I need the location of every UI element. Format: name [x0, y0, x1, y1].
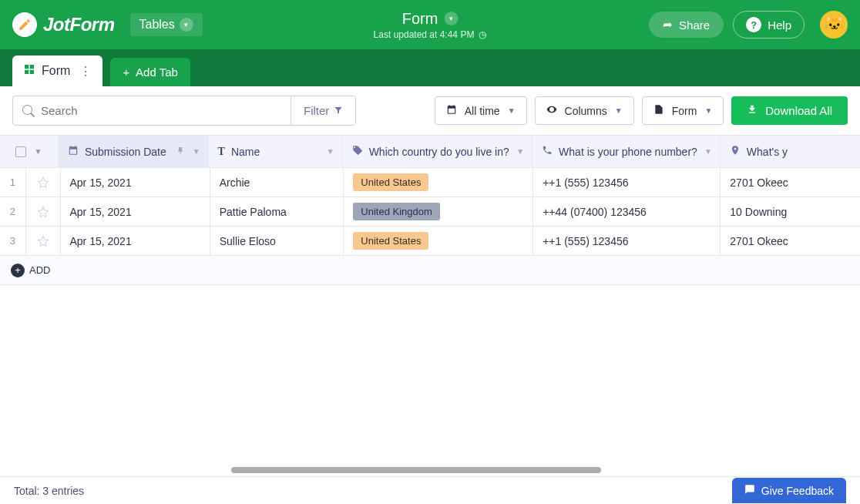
- chevron-down-icon[interactable]: ▼: [193, 147, 200, 156]
- cell-phone[interactable]: ++44 (07400) 123456: [533, 197, 721, 226]
- calendar-icon: [446, 104, 457, 117]
- cell-address[interactable]: 2701 Okeec: [721, 227, 860, 255]
- give-feedback-button[interactable]: Give Feedback: [732, 478, 846, 503]
- star-button[interactable]: [26, 227, 61, 255]
- add-row[interactable]: + ADD: [0, 256, 860, 285]
- text-icon: T: [218, 146, 225, 158]
- funnel-icon: [334, 104, 343, 117]
- share-icon: ➦: [663, 18, 673, 32]
- column-header-date[interactable]: Submission Date ▼: [59, 136, 209, 167]
- grid-icon: [23, 63, 35, 79]
- checkbox-icon[interactable]: [15, 146, 26, 157]
- more-vertical-icon[interactable]: ⋮: [79, 64, 92, 79]
- cell-country[interactable]: United States: [344, 168, 533, 197]
- form-title: Form: [402, 10, 438, 28]
- data-grid: ▼ Submission Date ▼ T Name ▼ Which count…: [0, 136, 860, 285]
- top-header: JotForm Tables ▾ Form ▾ Last updated at …: [0, 0, 860, 49]
- chevron-down-icon: ▼: [704, 106, 712, 115]
- pin-icon[interactable]: [176, 146, 185, 158]
- tabs-bar: Form ⋮ + Add Tab: [0, 49, 860, 86]
- nav-tables-dropdown[interactable]: Tables ▾: [130, 13, 203, 36]
- chevron-down-icon[interactable]: ▼: [516, 147, 524, 156]
- column-header-name[interactable]: T Name ▼: [209, 136, 343, 167]
- tab-label: Form: [42, 64, 70, 78]
- location-icon: [730, 145, 741, 158]
- pencil-icon: [12, 12, 37, 37]
- chevron-down-icon[interactable]: ▼: [704, 147, 712, 156]
- eye-icon: [546, 104, 557, 117]
- row-number: 2: [0, 197, 26, 226]
- chat-icon: [744, 484, 755, 497]
- cell-country[interactable]: United Kingdom: [344, 197, 533, 226]
- search-input[interactable]: [13, 96, 291, 125]
- phone-icon: [542, 145, 553, 158]
- columns-dropdown[interactable]: Columns ▼: [535, 96, 634, 125]
- last-updated-text: Last updated at 4:44 PM: [374, 29, 475, 40]
- calendar-icon: [68, 145, 79, 158]
- download-icon: [747, 104, 758, 117]
- nav-tables-label: Tables: [139, 18, 175, 32]
- toolbar: Filter All time ▼ Columns ▼ Form ▼ Downl…: [0, 86, 860, 136]
- row-number: 3: [0, 227, 26, 255]
- tag-icon: [352, 145, 363, 158]
- plus-icon: +: [123, 66, 129, 79]
- row-number: 1: [0, 168, 26, 197]
- cell-name[interactable]: Archie: [210, 168, 344, 197]
- cell-date[interactable]: Apr 15, 2021: [61, 168, 210, 197]
- table-row[interactable]: 2Apr 15, 2021Pattie PalomaUnited Kingdom…: [0, 197, 860, 227]
- star-button[interactable]: [26, 168, 61, 197]
- footer: Total: 3 entries Give Feedback: [0, 476, 860, 504]
- column-header-address[interactable]: What's y: [721, 136, 860, 167]
- chevron-down-icon[interactable]: ▼: [34, 147, 42, 156]
- brand-text: JotForm: [43, 14, 115, 35]
- avatar[interactable]: 🐱: [820, 11, 848, 39]
- history-icon[interactable]: ◷: [479, 29, 486, 40]
- star-button[interactable]: [26, 197, 61, 226]
- question-icon: ?: [746, 17, 761, 32]
- column-header-phone[interactable]: What is your phone number? ▼: [532, 136, 721, 167]
- share-button[interactable]: ➦ Share: [649, 12, 724, 38]
- cell-address[interactable]: 2701 Okeec: [721, 168, 860, 197]
- cell-name[interactable]: Sullie Eloso: [210, 227, 344, 255]
- chevron-down-icon: ▾: [180, 18, 193, 32]
- filter-button[interactable]: Filter: [291, 96, 355, 125]
- tab-form[interactable]: Form ⋮: [12, 55, 102, 86]
- chevron-down-icon[interactable]: ▾: [444, 12, 458, 25]
- help-button[interactable]: ? Help: [733, 11, 805, 39]
- cell-date[interactable]: Apr 15, 2021: [61, 227, 210, 255]
- cell-address[interactable]: 10 Downing: [721, 197, 860, 226]
- total-entries: Total: 3 entries: [14, 485, 84, 497]
- table-row[interactable]: 1Apr 15, 2021ArchieUnited States++1 (555…: [0, 168, 860, 197]
- cell-phone[interactable]: ++1 (555) 123456: [533, 227, 721, 255]
- column-header-country[interactable]: Which country do you live in? ▼: [343, 136, 532, 167]
- horizontal-scrollbar[interactable]: [231, 467, 601, 473]
- cell-date[interactable]: Apr 15, 2021: [61, 197, 210, 226]
- download-all-button[interactable]: Download All: [731, 96, 848, 125]
- alltime-dropdown[interactable]: All time ▼: [435, 96, 527, 125]
- select-all-header[interactable]: ▼: [0, 136, 59, 167]
- page-title-area: Form ▾ Last updated at 4:44 PM ◷: [374, 10, 487, 40]
- form-dropdown[interactable]: Form ▼: [642, 96, 724, 125]
- chevron-down-icon: ▼: [508, 106, 516, 115]
- cell-name[interactable]: Pattie Paloma: [210, 197, 344, 226]
- add-tab-button[interactable]: + Add Tab: [110, 58, 190, 86]
- document-icon: [653, 104, 664, 117]
- table-row[interactable]: 3Apr 15, 2021Sullie ElosoUnited States++…: [0, 227, 860, 256]
- chevron-down-icon[interactable]: ▼: [327, 147, 334, 156]
- cell-country[interactable]: United States: [344, 227, 533, 255]
- cell-phone[interactable]: ++1 (555) 123456: [533, 168, 721, 197]
- logo[interactable]: JotForm: [12, 12, 115, 37]
- chevron-down-icon: ▼: [615, 106, 623, 115]
- plus-circle-icon: +: [11, 264, 25, 277]
